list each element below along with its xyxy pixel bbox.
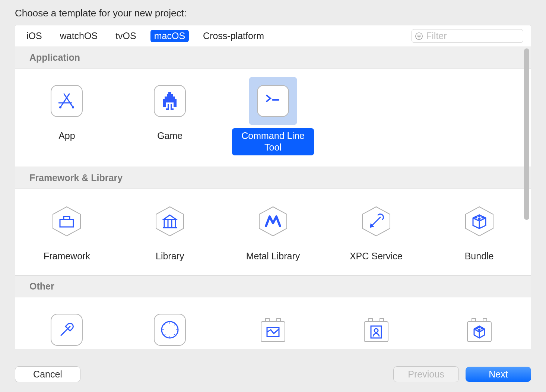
svg-rect-15	[64, 216, 70, 219]
template-metal-library[interactable]: Metal Library	[222, 195, 325, 264]
platform-tab-ios[interactable]: iOS	[23, 30, 46, 42]
template-label: Metal Library	[240, 249, 306, 264]
template-row-application: App Game Command	[15, 69, 531, 167]
bundle-icon	[463, 205, 496, 238]
dialog-title: Choose a template for your new project:	[15, 7, 531, 19]
template-xpc-service[interactable]: XPC Service	[324, 195, 428, 264]
platform-tab-bar: iOS watchOS tvOS macOS Cross-platform	[15, 25, 531, 47]
svg-rect-11	[166, 108, 169, 110]
framework-icon	[50, 205, 83, 238]
metal-icon	[256, 205, 290, 238]
section-header-framework: Framework & Library	[15, 167, 531, 189]
contacts-icon	[360, 313, 393, 346]
game-icon	[154, 85, 186, 117]
template-label: XPC Service	[344, 249, 409, 264]
svg-rect-38	[369, 319, 372, 322]
cancel-button[interactable]: Cancel	[15, 366, 80, 382]
platform-tab-watchos[interactable]: watchOS	[56, 30, 101, 42]
template-label: Framework	[38, 249, 96, 264]
automator-icon	[257, 313, 289, 346]
platform-tab-tvos[interactable]: tvOS	[112, 30, 140, 42]
template-applescript-app[interactable]: AppleScript App	[15, 303, 118, 349]
svg-rect-4	[167, 94, 173, 97]
scrollbar[interactable]	[524, 48, 529, 220]
svg-point-46	[479, 326, 480, 328]
template-command-line-tool[interactable]: Command Line Tool	[222, 75, 325, 155]
section-header-other: Other	[15, 275, 531, 297]
template-content-area: Application App Ga	[15, 47, 531, 349]
svg-marker-13	[53, 207, 80, 236]
template-framework[interactable]: Framework	[15, 195, 118, 264]
template-row-framework: Framework Library Metal Library	[15, 189, 531, 275]
svg-point-22	[482, 216, 483, 218]
svg-rect-12	[171, 108, 174, 110]
svg-line-29	[164, 324, 165, 325]
template-label: Command Line Tool	[232, 128, 314, 155]
svg-line-32	[174, 324, 175, 325]
template-row-other: AppleScript App Safari Extension Automat…	[15, 297, 531, 349]
svg-rect-43	[472, 319, 476, 322]
previous-button: Previous	[393, 366, 459, 382]
svg-point-21	[479, 215, 480, 216]
app-icon	[51, 85, 83, 117]
dialog-frame: iOS watchOS tvOS macOS Cross-platform Ap…	[15, 25, 531, 349]
svg-point-20	[475, 216, 477, 218]
svg-line-30	[174, 334, 175, 335]
button-bar: Cancel Previous Next	[15, 366, 531, 382]
template-bundle[interactable]: Bundle	[428, 195, 531, 264]
template-contacts-action[interactable]: Contacts Action	[324, 303, 428, 349]
section-header-application: Application	[15, 47, 531, 69]
svg-rect-10	[171, 104, 172, 108]
platform-tab-crossplatform[interactable]: Cross-platform	[199, 30, 268, 42]
svg-point-45	[476, 328, 477, 329]
template-automator-action[interactable]: Automator Action	[222, 303, 325, 349]
template-safari-extension[interactable]: Safari Extension	[118, 303, 222, 349]
svg-rect-3	[168, 92, 171, 94]
svg-rect-34	[266, 319, 269, 322]
svg-rect-5	[165, 97, 175, 99]
template-label: Game	[151, 128, 188, 143]
svg-rect-7	[174, 99, 177, 107]
filter-field[interactable]	[412, 29, 523, 43]
svg-rect-14	[60, 219, 73, 227]
template-label: Bundle	[459, 249, 500, 264]
template-app[interactable]: App	[15, 75, 118, 155]
terminal-icon	[257, 85, 289, 117]
filter-input[interactable]	[426, 31, 520, 41]
template-label: App	[53, 128, 81, 143]
xpc-icon	[359, 205, 393, 238]
applescript-icon	[51, 314, 83, 346]
svg-point-23	[479, 218, 480, 219]
template-generic-kernel[interactable]: Generic Kernel	[428, 303, 531, 349]
platform-tab-macos[interactable]: macOS	[150, 30, 189, 42]
filter-icon	[415, 32, 423, 40]
svg-point-24	[162, 322, 178, 338]
template-library[interactable]: Library	[118, 195, 222, 264]
svg-rect-37	[364, 322, 388, 342]
svg-point-47	[481, 328, 483, 329]
template-game[interactable]: Game	[118, 75, 222, 155]
svg-marker-16	[156, 207, 184, 236]
svg-rect-35	[277, 319, 280, 322]
svg-rect-33	[261, 322, 285, 342]
svg-rect-44	[483, 319, 487, 322]
svg-rect-6	[163, 99, 166, 107]
next-button[interactable]: Next	[466, 367, 531, 382]
template-label: Library	[150, 249, 190, 264]
library-icon	[153, 205, 187, 238]
svg-rect-9	[168, 104, 169, 108]
svg-point-0	[416, 32, 422, 39]
svg-point-48	[479, 329, 480, 331]
svg-point-2	[59, 106, 61, 108]
svg-line-31	[164, 334, 165, 335]
safari-icon	[154, 314, 186, 346]
svg-rect-8	[166, 99, 174, 102]
kernel-icon	[463, 313, 496, 346]
svg-point-41	[374, 329, 378, 332]
svg-rect-39	[380, 319, 384, 322]
svg-point-1	[72, 106, 74, 108]
